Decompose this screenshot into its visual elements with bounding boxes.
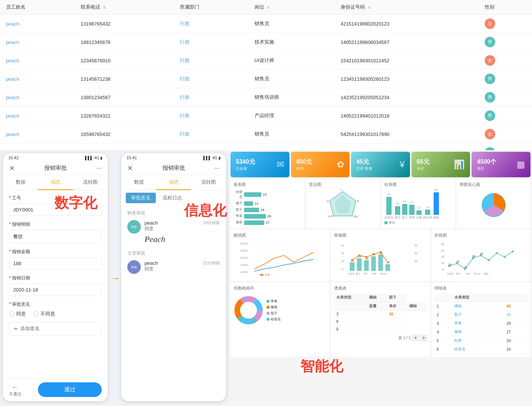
pivot-row-2: 8 <box>334 318 427 326</box>
col-label-5: 石榴 <box>416 216 422 220</box>
pass-button[interactable]: 通过 <box>38 382 102 397</box>
svg-point-39 <box>351 259 353 261</box>
input-expense-detail[interactable]: 餐饮 <box>9 230 102 243</box>
dept-cell[interactable]: 行政 <box>174 15 249 33</box>
employee-name-cell[interactable]: peach <box>0 70 75 88</box>
col-bar-3: 29 梨子 <box>402 200 408 220</box>
tab-process-log[interactable]: 流程日志 <box>157 193 187 203</box>
hbar-label-5: 葡萄 <box>234 220 243 225</box>
svg-rect-31 <box>378 254 383 271</box>
reject-action[interactable]: ← 不通过 <box>9 383 21 397</box>
col-position[interactable]: 岗位 ⇅ <box>249 0 335 15</box>
label-expense-amount: 报销金额 <box>9 249 102 255</box>
donut-dot-apple <box>267 300 270 303</box>
dept-cell[interactable]: 行政 <box>174 143 249 151</box>
svg-text:10000: 10000 <box>240 270 248 274</box>
svg-rect-30 <box>371 256 376 271</box>
detail-rank-2: 2 <box>434 311 452 319</box>
col-label-6: 西红柿 <box>423 216 432 220</box>
svg-rect-32 <box>385 264 390 271</box>
employee-name-cell[interactable]: peach <box>0 143 75 151</box>
phone-cell: 15278945612 <box>75 143 174 151</box>
stat-card-total-price: 45元 总价 数量 ¥ <box>351 152 410 177</box>
manager-approval-block: 主管审批 审批 peach 同意 22分钟前 <box>127 250 220 274</box>
input-expense-amount[interactable]: 188 <box>9 257 102 270</box>
dept-cell[interactable]: 行政 <box>174 88 249 107</box>
svg-text:38: 38 <box>472 255 475 258</box>
detail-row-2: 2 梨子 46 <box>434 311 527 319</box>
signal-bars-middle: ▌▌▌ <box>203 156 211 160</box>
employee-name-cell[interactable]: peach <box>0 125 75 143</box>
donut-chart-content: 苹果 葡萄 苹果 葡萄 梨子 <box>234 293 327 327</box>
stat-card-total-amount: 5340元 总金量 ✉ <box>231 152 289 177</box>
close-btn-middle[interactable]: ✕ <box>127 164 133 172</box>
dual-chart-content: 40 30 20 10 60 40 20 <box>334 240 427 278</box>
detail-val-2: 46 <box>504 311 527 319</box>
page-prev-btn[interactable]: < <box>412 335 419 341</box>
donut-label-pear: 梨子 <box>271 311 277 316</box>
col-idcard[interactable]: 身份证号码 ⇅ <box>335 0 479 15</box>
employee-name-cell[interactable]: peach <box>0 107 75 125</box>
position-cell: 销售培训师 <box>249 88 335 107</box>
pivot-cell-2-3 <box>387 318 407 326</box>
pivot-table-title: 透视表 <box>334 285 427 291</box>
back-icon: ← <box>12 383 19 391</box>
dept-cell[interactable]: 行政 <box>174 33 249 51</box>
svg-text:34: 34 <box>480 252 483 255</box>
tab-dynamic-middle[interactable]: 动态 <box>156 175 191 190</box>
finance-approver-info: peach 同意 Peach <box>145 220 199 244</box>
employee-name-cell[interactable]: peach <box>0 15 75 33</box>
gender-cell: 女 <box>479 51 532 70</box>
pivot-th-juzhu: 橘柚 <box>367 293 387 302</box>
employee-name-cell[interactable]: peach <box>0 33 75 51</box>
phone-cell: 13198765432 <box>75 15 174 33</box>
svg-point-40 <box>358 254 360 256</box>
input-expense-date[interactable]: 2020-11-18 <box>9 284 102 296</box>
radio-disagree[interactable]: 不同意 <box>33 311 55 317</box>
donut-legend-pear: 梨子 <box>267 311 281 316</box>
detail-val-4: 27 <box>504 328 527 337</box>
status-bar-left: 15:42 ▌▌▌ 4G ▮ <box>3 153 108 161</box>
dept-cell[interactable]: 行政 <box>174 70 249 88</box>
col-bar-6: 14 西红柿 <box>423 205 432 220</box>
dept-cell[interactable]: 行政 <box>174 51 249 70</box>
more-btn-middle[interactable]: ··· <box>214 164 220 172</box>
svg-text:橘柚: 橘柚 <box>484 272 489 275</box>
donut-legend: 苹果 葡萄 梨子 哈密瓜 <box>267 299 281 322</box>
tab-data-middle[interactable]: 数据 <box>121 175 156 190</box>
dual-chart-title: 双轴图 <box>334 232 427 238</box>
employee-name-cell[interactable]: peach <box>0 88 75 107</box>
dept-cell[interactable]: 行政 <box>174 125 249 143</box>
more-btn-left[interactable]: ··· <box>96 164 102 172</box>
signal-bars-left: ▌▌▌ <box>85 156 93 160</box>
arrow-indicator: → <box>110 272 121 284</box>
tab-dynamic-left[interactable]: 动态 <box>38 175 73 190</box>
tab-data-left[interactable]: 数据 <box>3 175 38 190</box>
stat-card-type: 400元 种类 ✿ <box>291 152 350 177</box>
col-dept: 所属部门 <box>174 0 249 15</box>
tab-flow-middle[interactable]: 流转图 <box>191 175 226 190</box>
radar-chart-title: 雷达图 <box>309 182 377 187</box>
dept-cell[interactable]: 行政 <box>174 107 249 125</box>
detail-row-5: 5 杜柑 24 <box>434 337 527 345</box>
col-phone[interactable]: 联系电话 ⇅ <box>75 0 174 15</box>
tab-approval-opinion[interactable]: 审批意见 <box>126 193 156 203</box>
hbar-item-4: 苹果 29 <box>234 214 301 219</box>
position-cell: 销售员 <box>249 125 335 143</box>
svg-text:哈密瓜: 哈密瓜 <box>447 272 454 275</box>
svg-text:42: 42 <box>464 266 467 269</box>
radio-agree[interactable]: 同意 <box>9 311 26 317</box>
employee-name-cell[interactable]: peach <box>0 51 75 70</box>
sort-icon-phone: ⇅ <box>103 5 106 9</box>
mobile-frame-left: 15:42 ▌▌▌ 4G ▮ ✕ 报销审批 ··· 数据 动态 流转图 <box>3 153 108 401</box>
column-chart-title: 柱形图 <box>384 182 452 187</box>
gender-badge: 女 <box>485 18 495 29</box>
detail-table-title: 明细表 <box>434 285 527 291</box>
idcard-cell: 542541199301017890 <box>335 125 479 143</box>
page-next-btn[interactable]: > <box>420 335 427 341</box>
col-val-7: 60 <box>434 188 438 192</box>
close-btn-left[interactable]: ✕ <box>9 164 15 172</box>
add-signature-btn[interactable]: ✏ 添加签名 <box>9 322 102 335</box>
tab-flow-left[interactable]: 流转图 <box>73 175 108 190</box>
hbar-label-2: 橘子 <box>234 201 243 206</box>
